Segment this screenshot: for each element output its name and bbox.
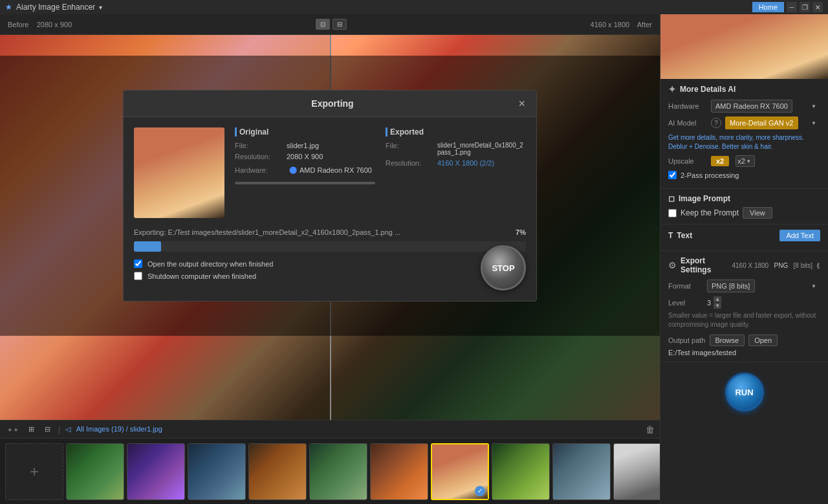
title-bar: ★ Aiarty Image Enhancer ▾ Home ─ ❐ ✕ bbox=[0, 0, 828, 14]
view-toggle-group: ⊡ ⊟ bbox=[316, 19, 347, 30]
original-header: Original bbox=[235, 127, 375, 137]
app-title: Aiarty Image Enhancer bbox=[16, 3, 95, 12]
orig-res-row: Resolution: 2080 X 900 bbox=[235, 153, 375, 160]
list-item[interactable] bbox=[492, 443, 550, 500]
list-item[interactable] bbox=[370, 443, 428, 500]
list-item[interactable] bbox=[613, 443, 660, 500]
orig-file-label: File: bbox=[235, 142, 287, 149]
thumb-image-3 bbox=[188, 444, 245, 499]
level-row: Level 3 ▲ ▼ bbox=[668, 296, 820, 309]
exp-file-value: slider1_moreDetail_0x1800_2pass_1.png bbox=[437, 142, 526, 156]
shutdown-row: Shutdown computer when finished bbox=[134, 272, 526, 280]
intel-logo: ⬤ bbox=[289, 166, 297, 174]
after-label: After bbox=[637, 21, 652, 28]
breadcrumb: ◁ All Images (19) / slider1.jpg bbox=[65, 425, 162, 433]
minimize-button[interactable]: ─ bbox=[787, 2, 797, 12]
upscale-select[interactable]: x2 bbox=[735, 155, 755, 167]
thumb-image-5 bbox=[310, 444, 367, 499]
level-up-button[interactable]: ▲ bbox=[714, 296, 721, 302]
list-item[interactable] bbox=[127, 443, 185, 500]
close-button[interactable]: ✕ bbox=[812, 2, 823, 12]
dropdown-arrow-icon[interactable]: ▾ bbox=[99, 4, 102, 11]
keep-prompt-checkbox[interactable] bbox=[668, 209, 677, 217]
home-button[interactable]: Home bbox=[752, 2, 784, 12]
hardware-select[interactable]: AMD Radeon RX 7600 bbox=[711, 100, 792, 113]
add-text-button[interactable]: Add Text bbox=[779, 230, 820, 241]
export-path-text: Exporting: E:/Test images/tested/slider1… bbox=[134, 228, 400, 236]
original-info-col: Original File: slider1.jpg Resolution: 2… bbox=[235, 127, 375, 218]
list-item[interactable] bbox=[66, 443, 124, 500]
output-path-value: E:/Test images/tested bbox=[668, 349, 820, 356]
list-item[interactable] bbox=[248, 443, 307, 500]
restore-button[interactable]: ❐ bbox=[800, 2, 810, 12]
shutdown-checkbox[interactable] bbox=[134, 272, 142, 280]
export-settings-header: ⚙ Export Settings 4160 X 1800 PNG [8 bit… bbox=[668, 256, 820, 274]
exported-header: Exported bbox=[386, 127, 526, 137]
open-output-checkbox[interactable] bbox=[134, 259, 142, 268]
after-label-area: 4160 x 1800 After bbox=[591, 21, 652, 28]
hint-text: Get more details, more clarity, more sha… bbox=[668, 133, 820, 151]
orig-progress bbox=[235, 182, 375, 184]
export-settings-section: ⚙ Export Settings 4160 X 1800 PNG [8 bit… bbox=[660, 251, 828, 362]
title-bar-controls: Home ─ ❐ ✕ bbox=[752, 2, 823, 12]
before-label-area: Before 2080 x 900 bbox=[8, 21, 72, 28]
shutdown-label[interactable]: Shutdown computer when finished bbox=[147, 272, 256, 280]
before-label: Before bbox=[8, 21, 28, 28]
thumb-image-1 bbox=[67, 444, 124, 499]
nav-back-icon[interactable]: ◁ bbox=[65, 425, 71, 433]
two-pass-label[interactable]: 2-Pass processing bbox=[681, 171, 739, 179]
list-view-button[interactable]: ⊟ bbox=[42, 424, 53, 435]
dialog-close-button[interactable]: ✕ bbox=[518, 98, 526, 109]
view-button[interactable]: View bbox=[743, 207, 772, 219]
all-images-link[interactable]: All Images (19) bbox=[76, 425, 124, 433]
delete-button[interactable]: 🗑 bbox=[646, 424, 655, 435]
expand-icon[interactable]: ⟪ bbox=[816, 262, 820, 269]
ai-model-select[interactable]: More-Detail GAN v2 bbox=[725, 116, 798, 129]
add-image-thumb[interactable]: + bbox=[5, 443, 63, 500]
open-output-row: Open the output directory when finished bbox=[134, 259, 526, 268]
stop-btn-container: STOP bbox=[481, 245, 526, 290]
list-item[interactable] bbox=[309, 443, 367, 500]
list-item-selected[interactable]: ✓ bbox=[431, 443, 489, 500]
main-layout: Before 2080 x 900 ⊡ ⊟ 4160 x 1800 After bbox=[0, 14, 828, 504]
level-down-button[interactable]: ▼ bbox=[714, 303, 721, 309]
run-button[interactable]: RUN bbox=[725, 373, 764, 411]
list-item[interactable] bbox=[552, 443, 611, 500]
grid-view-button[interactable]: ⊞ bbox=[26, 424, 37, 435]
text-section-header: T Text Add Text bbox=[668, 230, 820, 241]
before-resolution: 2080 x 900 bbox=[37, 21, 72, 28]
side-by-side-btn[interactable]: ⊟ bbox=[332, 19, 347, 30]
level-label: Level bbox=[668, 299, 707, 307]
orig-file-value: slider1.jpg bbox=[287, 142, 319, 149]
separator: | bbox=[58, 425, 60, 434]
dialog-thumbnail bbox=[134, 127, 224, 218]
open-button[interactable]: Open bbox=[748, 334, 778, 346]
split-view-btn[interactable]: ⊡ bbox=[316, 19, 330, 30]
filmstrip-toolbar: + + ⊞ ⊟ | ◁ All Images (19) / slider1.jp… bbox=[0, 421, 660, 439]
orig-file-row: File: slider1.jpg bbox=[235, 142, 375, 149]
hardware-row: Hardware AMD Radeon RX 7600 bbox=[668, 100, 820, 113]
browse-button[interactable]: Browse bbox=[710, 334, 745, 346]
exp-file-label: File: bbox=[386, 142, 437, 156]
text-label: Text bbox=[677, 231, 692, 240]
format-row: Format PNG [8 bits] bbox=[668, 279, 820, 292]
stop-button[interactable]: STOP bbox=[481, 245, 526, 290]
keep-prompt-label[interactable]: Keep the Prompt bbox=[681, 208, 739, 217]
current-file-name: slider1.jpg bbox=[130, 425, 162, 433]
orig-res-value: 2080 X 900 bbox=[287, 153, 323, 160]
list-item[interactable] bbox=[188, 443, 246, 500]
exported-info-col: Exported File: slider1_moreDetail_0x1800… bbox=[386, 127, 526, 218]
two-pass-checkbox[interactable] bbox=[668, 171, 677, 179]
dialog-header: Exporting ✕ bbox=[124, 91, 536, 117]
export-percentage: 7% bbox=[516, 228, 526, 236]
open-output-label[interactable]: Open the output directory when finished bbox=[147, 260, 273, 268]
add-images-button[interactable]: + + bbox=[5, 424, 21, 435]
export-resolution-info: 4160 X 1800 PNG [8 bits] bbox=[732, 262, 812, 269]
output-path-row: Output path Browse Open bbox=[668, 334, 820, 346]
help-icon[interactable]: ? bbox=[711, 118, 721, 128]
ai-model-row: AI Model ? More-Detail GAN v2 bbox=[668, 116, 820, 129]
hardware-select-wrapper: AMD Radeon RX 7600 bbox=[711, 100, 820, 113]
format-select[interactable]: PNG [8 bits] bbox=[707, 279, 755, 292]
thumb-image-4 bbox=[249, 444, 306, 499]
more-details-label: More Details AI bbox=[680, 85, 735, 94]
